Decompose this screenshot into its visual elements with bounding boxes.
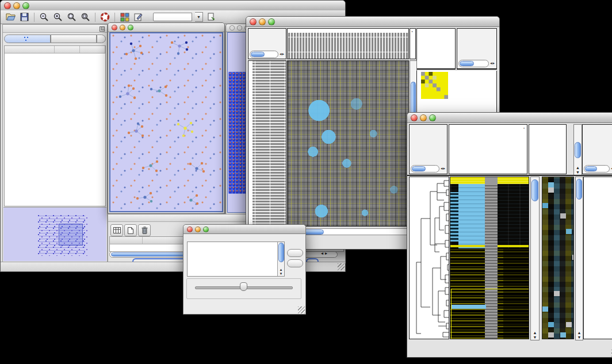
tv2-usage-hints-panel: ◂▸ [582, 124, 612, 174]
zoom-out-icon[interactable] [39, 12, 49, 22]
close-button[interactable] [250, 18, 257, 25]
close-button[interactable] [4, 2, 11, 9]
desktop: ▼ [0, 0, 612, 364]
resize-grip[interactable] [338, 263, 345, 270]
search-dropdown-arrow[interactable]: ▼ [195, 12, 203, 22]
tv1-corner-strip: ‣ [410, 28, 416, 59]
resize-grip[interactable] [298, 306, 305, 313]
col-nodes[interactable] [55, 46, 81, 53]
treeview2-titlebar[interactable] [407, 113, 612, 123]
float-panel-icon[interactable] [100, 26, 105, 32]
tv1-usage-hints-panel: ◂▸ [457, 28, 497, 70]
main-titlebar[interactable] [1, 1, 345, 11]
heatmap-selection-rect[interactable] [451, 289, 529, 339]
animation-speed-slider-thumb[interactable] [240, 282, 247, 291]
tab-network[interactable] [4, 35, 51, 43]
search-input[interactable] [153, 13, 192, 21]
usage-hints-scrollbar[interactable]: ◂▸ [458, 60, 495, 67]
zoom-fit-icon[interactable] [80, 12, 91, 22]
attribute-select-icon[interactable] [110, 224, 123, 236]
col-id[interactable] [110, 237, 143, 244]
save-icon[interactable] [19, 12, 30, 22]
col-edges[interactable] [80, 46, 105, 53]
index-icon[interactable] [206, 12, 217, 22]
new-attribute-icon[interactable] [124, 224, 137, 236]
zoom-button[interactable] [429, 114, 436, 121]
tv1-column-dendrogram[interactable] [287, 28, 409, 59]
close-button[interactable] [411, 114, 418, 121]
strip-arrow-icon[interactable]: ‣ [411, 29, 414, 33]
zoom-button[interactable] [268, 18, 275, 25]
minimize-button[interactable] [13, 2, 20, 9]
tv2-labels-vscrollbar[interactable]: ▲▼ [573, 124, 582, 175]
close-button[interactable] [230, 25, 235, 30]
treeview2-window: ◂▸ ‣ ▲▼ ◂▸ [407, 112, 612, 358]
minimize-button[interactable] [195, 227, 201, 232]
attribute-list-scroll-thumb[interactable] [278, 243, 284, 262]
control-panel [2, 24, 108, 262]
dialog-titlebar[interactable] [183, 225, 305, 234]
tv2-heatmap-zoom[interactable] [542, 177, 574, 339]
network-overview-birdseye[interactable] [3, 207, 106, 261]
toolbar-separator [114, 13, 115, 22]
map-colors-dialog: ▲▼ [183, 224, 306, 315]
tv2-heatmap-scroll-arrows[interactable]: ▲▼ [531, 331, 539, 340]
tv2-zoom-scroll-thumb[interactable] [576, 179, 582, 200]
zoom-in-icon[interactable] [52, 12, 63, 22]
attribute-list-scroll-arrows[interactable]: ▲▼ [278, 268, 284, 276]
view-status-scrollbar[interactable]: ◂▸ [250, 51, 285, 58]
window-controls [407, 114, 439, 121]
col-network[interactable] [5, 46, 55, 53]
tv2-row-dendrogram[interactable] [409, 177, 449, 339]
tv2-column-dendrogram-area[interactable]: ‣ [449, 124, 527, 174]
animation-speed-group [186, 278, 301, 299]
tv2-labels-scroll-thumb[interactable] [575, 142, 581, 158]
move-up-button[interactable] [287, 249, 303, 257]
control-panel-tabs [4, 35, 106, 43]
view-status-title [248, 29, 286, 30]
tv2-zoom-vscrollbar[interactable]: ▲▼ [575, 177, 583, 340]
close-button[interactable] [187, 227, 193, 232]
delete-attribute-trash-icon[interactable] [138, 224, 151, 236]
zoom-selected-icon[interactable] [66, 12, 77, 22]
tv2-zoom-scroll-arrows[interactable]: ▲▼ [576, 331, 583, 340]
view-status-scrollbar[interactable]: ◂▸ [411, 165, 446, 172]
tv2-heatmap-scroll-thumb[interactable] [531, 179, 538, 201]
open-file-icon[interactable] [5, 12, 16, 22]
move-down-button[interactable] [287, 259, 303, 267]
usage-hints-scrollbar[interactable]: ◂▸ [584, 165, 612, 172]
annotation-icon[interactable] [133, 12, 144, 22]
birdseye-viewport-rect[interactable] [59, 224, 83, 246]
window-controls [183, 227, 212, 232]
minimize-button[interactable] [237, 25, 242, 30]
help-lifesaver-icon[interactable] [100, 12, 110, 22]
attribute-list-scrollbar[interactable]: ▲▼ [277, 242, 284, 276]
treeview1-titlebar[interactable] [246, 17, 499, 27]
tv1-column-labels [417, 29, 455, 68]
minimize-button[interactable] [420, 114, 427, 121]
vizmapper-icon[interactable] [119, 12, 130, 22]
window-controls [1, 2, 33, 9]
heatmap-cyan-block [458, 184, 488, 248]
minimize-button[interactable] [120, 25, 125, 30]
tab-overflow-arrow[interactable] [97, 35, 106, 43]
network-canvas[interactable] [109, 32, 223, 212]
tv1-heatmap-global[interactable] [287, 60, 409, 227]
tv1-column-labels-panel [416, 28, 456, 70]
zoom-cells-gray [548, 187, 554, 193]
toolbar-separator [95, 13, 95, 22]
tv1-row-dendrogram[interactable] [248, 60, 286, 227]
tv1-zoom-heatmap-yellow-matrix[interactable] [421, 72, 448, 99]
tv2-labels-scroll-arrows[interactable]: ▲▼ [574, 166, 582, 175]
tv2-heatmap-global[interactable] [450, 177, 529, 339]
tv2-heatmap-vscrollbar[interactable]: ▲▼ [530, 177, 540, 340]
close-button[interactable] [112, 25, 117, 30]
zoom-button[interactable] [203, 227, 209, 232]
network-view-titlebar[interactable] [108, 23, 224, 32]
data-panel-hscroll-arrows[interactable]: ◂▸ [321, 251, 329, 256]
usage-hints-title [457, 29, 496, 30]
zoom-button[interactable] [128, 25, 133, 30]
zoom-button[interactable] [22, 2, 29, 9]
tab-vizmapper[interactable] [51, 35, 97, 43]
minimize-button[interactable] [259, 18, 266, 25]
